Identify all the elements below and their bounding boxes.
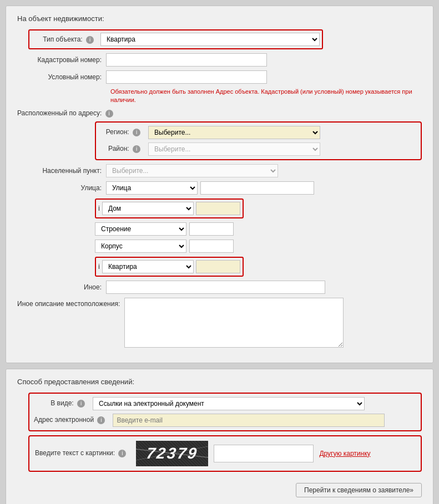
captcha-display: 72379 — [145, 445, 199, 462]
provision-email-label: Адрес электронной i — [34, 416, 109, 424]
building-input[interactable] — [189, 222, 234, 236]
captcha-image: 72379 — [136, 441, 208, 466]
house-highlighted: i Дом — [95, 198, 244, 218]
apartment-input[interactable] — [196, 260, 240, 273]
submit-button[interactable]: Перейти к сведениям о заявителе» — [296, 483, 422, 497]
conditional-group: Условный номер: — [17, 70, 422, 84]
provision-type-group: В виде: i Ссылки на электронный документ — [34, 397, 416, 410]
conditional-label: Условный номер: — [17, 73, 106, 81]
provision-email-group: Адрес электронной i — [34, 414, 416, 427]
apartment-info-icon[interactable]: i — [98, 262, 100, 271]
captcha-label: Введите текст с картинки: i — [35, 449, 130, 457]
settlement-group: Населенный пункт: Выберите... — [17, 164, 422, 177]
captcha-box: Введите текст с картинки: i 72379 Другую… — [28, 435, 422, 472]
provision-section: Способ предоставления сведений: В виде: … — [6, 369, 433, 504]
object-type-info-icon[interactable]: i — [86, 36, 94, 44]
region-label: Регион: i — [100, 128, 145, 136]
address-label-group: Расположенный по адресу: i — [17, 109, 422, 118]
cadastral-group: Кадастровый номер: — [17, 53, 422, 67]
address-info-icon[interactable]: i — [105, 110, 113, 118]
settlement-select[interactable]: Выберите... — [106, 164, 278, 177]
cadastral-input[interactable] — [106, 53, 267, 67]
region-group: Регион: i Выберите... — [100, 126, 416, 139]
object-type-select[interactable]: Квартира — [100, 33, 320, 46]
district-info-icon[interactable]: i — [133, 145, 140, 153]
region-select[interactable]: Выберите... — [148, 126, 320, 139]
district-group: Район: i Выберите... — [100, 142, 416, 156]
address-label: Расположенный по адресу: i — [17, 109, 118, 118]
provision-type-info-icon[interactable]: i — [77, 400, 85, 408]
captcha-info-icon[interactable]: i — [118, 450, 126, 457]
street-label: Улица: — [17, 184, 106, 192]
region-info-icon[interactable]: i — [133, 129, 140, 136]
other-desc-textarea[interactable] — [124, 298, 344, 348]
building-type-select[interactable]: Строение — [95, 222, 186, 236]
provision-type-select[interactable]: Ссылки на электронный документ — [93, 397, 365, 410]
apartment-type-select[interactable]: Квартира — [102, 260, 194, 273]
house-input[interactable] — [196, 202, 240, 215]
object-type-label: Тип объекта: i — [32, 35, 98, 44]
property-title: На объект недвижимости: — [17, 14, 422, 23]
house-info-icon[interactable]: i — [98, 204, 100, 212]
street-type-select[interactable]: Улица — [106, 181, 198, 195]
other-desc-label: Иное описание местоположения: — [17, 298, 124, 308]
cadastral-label: Кадастровый номер: — [17, 56, 106, 64]
apartment-highlighted: i Квартира — [95, 257, 244, 277]
district-label: Район: i — [100, 145, 145, 153]
page-wrapper: На объект недвижимости: Тип объекта: i К… — [6, 6, 433, 504]
other-group: Иное: — [17, 281, 422, 294]
other-input[interactable] — [106, 281, 325, 294]
provision-highlighted: В виде: i Ссылки на электронный документ… — [28, 393, 422, 431]
street-input[interactable] — [200, 181, 314, 195]
provision-title: Способ предоставления сведений: — [17, 378, 422, 386]
provision-email-info-icon[interactable]: i — [97, 416, 105, 424]
provision-type-label: В виде: i — [34, 399, 89, 408]
house-type-select[interactable]: Дом — [102, 202, 194, 215]
property-section: На объект недвижимости: Тип объекта: i К… — [6, 6, 433, 363]
other-desc-group: Иное описание местоположения: — [17, 298, 422, 348]
corpus-type-select[interactable]: Корпус — [95, 240, 186, 253]
another-captcha-link[interactable]: Другую картинку — [319, 450, 370, 457]
error-message: Обязательно должен быть заполнен Адрес о… — [110, 88, 422, 105]
provision-email-input[interactable] — [113, 414, 385, 427]
conditional-input[interactable] — [106, 70, 267, 84]
object-type-highlighted: Тип объекта: i Квартира — [28, 29, 323, 49]
captcha-input[interactable] — [214, 445, 314, 462]
settlement-label: Населенный пункт: — [17, 167, 106, 175]
region-district-highlighted: Регион: i Выберите... Район: i Выберите.… — [95, 121, 422, 160]
street-group: Улица: Улица — [17, 181, 422, 195]
district-select[interactable]: Выберите... — [148, 142, 320, 156]
corpus-input[interactable] — [189, 240, 234, 253]
other-label: Иное: — [17, 283, 106, 291]
